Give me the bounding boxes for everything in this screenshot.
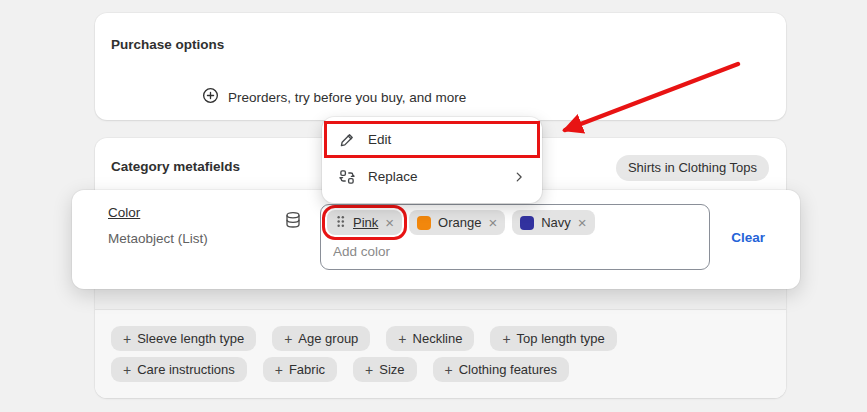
field-type-label: Metaobject (List) (108, 231, 208, 246)
tag-pink[interactable]: Pink × (327, 210, 402, 235)
plus-circle-icon (201, 86, 220, 108)
pill-label: Size (379, 362, 404, 377)
drag-handle-icon[interactable] (335, 215, 346, 231)
tag-label: Navy (541, 215, 571, 230)
metaobject-database-icon (283, 210, 303, 234)
table-row-partial (95, 288, 786, 310)
plus-icon: + (275, 362, 283, 378)
category-badge: Shirts in Clothing Tops (616, 155, 769, 181)
tag-label: Pink (353, 215, 378, 230)
suggested-metafields-section: + Sleeve length type + Age group + Neckl… (95, 310, 786, 398)
category-metafields-title: Category metafields (111, 159, 240, 174)
pill-label: Sleeve length type (137, 331, 244, 346)
plus-icon: + (445, 362, 453, 378)
tag-navy[interactable]: Navy × (512, 210, 594, 235)
pill-label: Care instructions (137, 362, 235, 377)
remove-tag-icon[interactable]: × (578, 215, 587, 230)
pill-label: Clothing features (459, 362, 557, 377)
purchase-options-title: Purchase options (111, 37, 224, 52)
add-metafield-neckline[interactable]: + Neckline (386, 326, 474, 351)
preorders-link-label: Preorders, try before you buy, and more (228, 90, 466, 105)
plus-icon: + (502, 331, 510, 347)
add-metafield-fabric[interactable]: + Fabric (263, 357, 337, 382)
menu-item-label: Edit (368, 132, 391, 147)
field-name-link[interactable]: Color (108, 205, 140, 220)
add-color-input[interactable] (333, 244, 653, 259)
purchase-options-card: Purchase options Preorders, try before y… (95, 13, 786, 120)
metafield-editor-panel: Color Metaobject (List) Pink × (72, 190, 800, 289)
pill-label: Fabric (289, 362, 325, 377)
preorders-link[interactable]: Preorders, try before you buy, and more (201, 86, 466, 108)
menu-item-edit[interactable]: Edit (326, 121, 538, 158)
pencil-icon (338, 131, 356, 149)
plus-icon: + (365, 362, 373, 378)
add-metafield-sleeve-length-type[interactable]: + Sleeve length type (111, 326, 256, 351)
plus-icon: + (123, 331, 131, 347)
add-metafield-clothing-features[interactable]: + Clothing features (433, 357, 569, 382)
color-tags-input-box[interactable]: Pink × Orange × Navy × (320, 204, 710, 270)
remove-tag-icon[interactable]: × (385, 215, 394, 230)
plus-icon: + (398, 331, 406, 347)
chevron-right-icon (512, 170, 526, 184)
pill-label: Age group (298, 331, 358, 346)
remove-tag-icon[interactable]: × (488, 215, 497, 230)
orange-color-swatch (417, 216, 431, 230)
pill-label: Top length type (517, 331, 605, 346)
add-metafield-care-instructions[interactable]: + Care instructions (111, 357, 247, 382)
clear-button[interactable]: Clear (731, 230, 765, 245)
tag-orange[interactable]: Orange × (409, 210, 505, 235)
plus-icon: + (284, 331, 292, 347)
pill-label: Neckline (413, 331, 463, 346)
tag-label: Orange (438, 215, 481, 230)
menu-item-label: Replace (368, 169, 418, 184)
context-menu: Edit Replace (322, 117, 542, 203)
plus-icon: + (123, 362, 131, 378)
menu-item-replace[interactable]: Replace (326, 158, 538, 195)
add-metafield-size[interactable]: + Size (353, 357, 416, 382)
add-metafield-top-length-type[interactable]: + Top length type (490, 326, 616, 351)
add-metafield-age-group[interactable]: + Age group (272, 326, 370, 351)
navy-color-swatch (520, 216, 534, 230)
replace-icon (338, 168, 356, 186)
